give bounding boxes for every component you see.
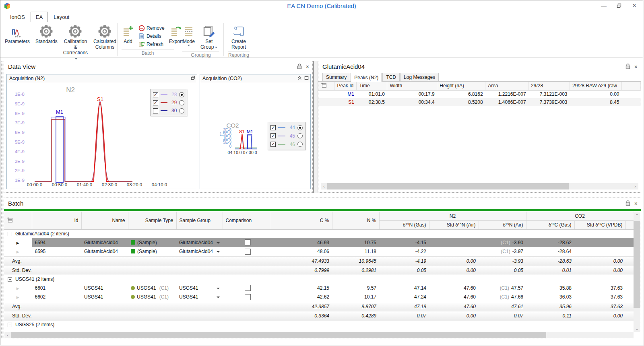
table-row[interactable]: ▶6601USGS41USGS41 (C1)USGS4142.159.5747.… [4, 283, 634, 292]
comparison-checkbox[interactable] [245, 249, 251, 255]
column-header-comparison[interactable]: Comparison [223, 212, 271, 229]
column-header[interactable]: 29/28 [528, 82, 570, 90]
lock-icon[interactable] [297, 64, 302, 70]
comparison-checkbox[interactable] [245, 285, 251, 291]
legend-checkbox[interactable]: ✓ [153, 100, 158, 105]
close-panel-icon[interactable]: × [634, 64, 638, 70]
dropdown-arrow-icon[interactable] [217, 242, 220, 244]
standards-button[interactable]: Standards [33, 23, 60, 45]
scroll-right-arrow[interactable]: › [632, 183, 638, 189]
column-header-name[interactable]: Name [81, 212, 128, 229]
row-selector-cell[interactable]: ▶ [4, 292, 32, 302]
vertical-splitter[interactable] [313, 61, 318, 193]
column-chooser-cell[interactable] [4, 212, 32, 229]
dropdown-arrow-icon[interactable] [217, 251, 220, 253]
tab-summary[interactable]: Summary [322, 73, 350, 81]
collapse-panel-icon[interactable] [297, 76, 302, 80]
scroll-up-arrow[interactable]: ⌃ [634, 212, 640, 219]
dropdown-arrow-icon[interactable] [217, 288, 220, 289]
lock-icon[interactable] [625, 64, 630, 70]
cell-sample-group[interactable]: USGS41 [176, 283, 223, 292]
minimize-button[interactable]: — [598, 1, 610, 10]
n2-peak-s1-marker[interactable] [91, 102, 109, 181]
column-header[interactable]: Peak Id [334, 82, 357, 90]
column-header[interactable]: Width [387, 82, 437, 90]
refresh-button[interactable]: Refresh [137, 41, 166, 48]
column-header-c-percent[interactable]: C % [271, 212, 332, 229]
tab-log-messages[interactable]: Log Messages [400, 73, 439, 81]
peaks-horizontal-scrollbar[interactable]: ‹ › [321, 183, 638, 189]
legend-radio[interactable] [297, 142, 303, 147]
group-header-row[interactable]: USGS41 (2 items) [4, 275, 634, 283]
legend-radio[interactable] [297, 133, 303, 138]
co2-peak-s1-marker[interactable] [239, 134, 245, 149]
mode-button[interactable]: Mode [180, 23, 197, 47]
column-header-n-percent[interactable]: N % [332, 212, 379, 229]
n2-peak-m1-marker[interactable] [56, 116, 63, 183]
legend-radio[interactable] [179, 92, 184, 97]
tab-ea[interactable]: EA [31, 12, 48, 22]
legend-radio[interactable] [297, 125, 303, 130]
parameters-button[interactable]: Parameters [2, 23, 32, 45]
batch-horizontal-scrollbar[interactable]: ‹ [4, 332, 634, 338]
group-header-row[interactable]: GlutamicAcid04 (2 items) [4, 229, 634, 238]
tab-layout[interactable]: Layout [49, 12, 74, 22]
remove-button[interactable]: Remove [137, 25, 166, 32]
batch-vertical-scrollbar[interactable]: ⌃ ⌄ [634, 212, 640, 332]
column-header[interactable]: Time [357, 82, 387, 90]
scroll-down-arrow[interactable]: ⌄ [634, 325, 640, 332]
column-header-filler[interactable] [625, 220, 634, 229]
legend-radio[interactable] [179, 100, 184, 105]
table-row[interactable]: ▶6594GlutamicAcid04(Sample)GlutamicAcid0… [4, 238, 634, 247]
column-chooser-icon[interactable] [7, 217, 13, 223]
close-panel-icon[interactable]: × [306, 64, 309, 70]
table-row[interactable]: S102:38.500:34.48.52081.4066E-0077.3739E… [318, 98, 641, 106]
column-group-n2[interactable]: N2 [379, 212, 526, 220]
lock-icon[interactable] [625, 200, 630, 206]
details-button[interactable]: Details [137, 33, 166, 40]
close-button[interactable]: × [628, 1, 640, 10]
column-header-std-d15n-air[interactable]: Std δ¹⁵N (Air) [429, 220, 479, 229]
row-selector-cell[interactable]: ▶ [4, 283, 32, 292]
column-header[interactable]: 29/28 RAW δ29 (raw [570, 82, 622, 90]
legend-checkbox[interactable] [153, 108, 158, 113]
calculated-columns-button[interactable]: CalculatedColumns [91, 23, 119, 51]
legend-checkbox[interactable]: ✓ [270, 125, 276, 130]
scroll-left-arrow[interactable]: ‹ [4, 332, 11, 338]
close-panel-icon[interactable]: × [634, 201, 638, 206]
comparison-checkbox[interactable] [245, 239, 251, 245]
table-row[interactable]: ▶6595GlutamicAcid04(Sample)GlutamicAcid0… [4, 247, 634, 256]
create-report-button[interactable]: CreateReport [229, 23, 248, 51]
calibration-corrections-button[interactable]: Calibration &Corrections [61, 23, 90, 62]
collapse-group-icon[interactable] [8, 232, 12, 236]
scroll-thumb[interactable] [327, 183, 569, 189]
collapse-group-icon[interactable] [8, 277, 12, 282]
scroll-thumb[interactable] [634, 221, 640, 308]
scroll-thumb[interactable] [11, 332, 546, 338]
row-selector-cell[interactable]: ▶ [4, 247, 32, 256]
column-header-sample-group[interactable]: Sample Group [176, 212, 223, 229]
column-header-id[interactable]: Id [32, 212, 81, 229]
dropdown-arrow-icon[interactable] [217, 297, 220, 298]
cell-sample-group[interactable]: USGS41 [176, 292, 223, 302]
legend-checkbox[interactable]: ✓ [270, 133, 276, 138]
group-header-row[interactable]: USGS25 (2 items) [4, 320, 634, 329]
column-header-sample-type[interactable]: Sample Type [128, 212, 176, 229]
tab-peaks-n2[interactable]: Peaks (N2) [351, 73, 382, 82]
column-header-d13c-gas[interactable]: δ¹³C (Gas) [526, 220, 574, 229]
row-selector-cell[interactable]: ▶ [4, 238, 32, 247]
cell-sample-group[interactable]: GlutamicAcid04 [176, 247, 223, 256]
tab-tcd[interactable]: TCD [382, 73, 400, 81]
legend-checkbox[interactable]: ✓ [270, 142, 276, 147]
add-button[interactable]: Add [120, 23, 136, 45]
column-header-d15n-air[interactable]: δ¹⁵N (Air) [479, 220, 526, 229]
column-header[interactable]: Height (nA) [437, 82, 485, 90]
maximize-panel-icon[interactable] [304, 76, 309, 80]
column-group-co2[interactable]: CO2 [526, 212, 634, 220]
set-group-button[interactable]: SetGroup [198, 23, 220, 51]
legend-radio[interactable] [179, 108, 184, 113]
scroll-left-arrow[interactable]: ‹ [321, 183, 327, 189]
collapse-group-icon[interactable] [8, 323, 12, 327]
legend-checkbox[interactable]: ✓ [153, 92, 158, 97]
restore-button[interactable] [613, 1, 625, 10]
